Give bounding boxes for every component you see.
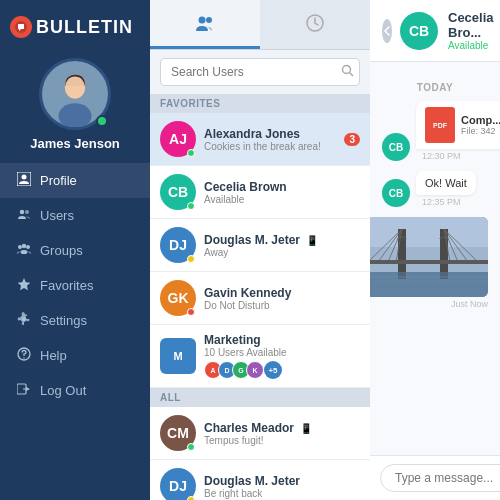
search-input[interactable] bbox=[160, 58, 360, 86]
contact-name: Marketing bbox=[204, 333, 360, 347]
help-label: Help bbox=[40, 348, 67, 363]
chat-contact-name: Cecelia Bro... bbox=[448, 10, 494, 40]
svg-point-8 bbox=[20, 210, 24, 214]
settings-label: Settings bbox=[40, 313, 87, 328]
contact-info: Gavin Kennedy Do Not Disturb bbox=[204, 286, 360, 311]
contact-status: Tempus fugit! bbox=[204, 435, 360, 446]
sidebar-item-profile[interactable]: Profile bbox=[0, 163, 150, 198]
sidebar-item-favorites[interactable]: Favorites bbox=[0, 268, 150, 303]
contact-status: Available bbox=[204, 194, 360, 205]
groups-label: Groups bbox=[40, 243, 83, 258]
sidebar-item-users[interactable]: Users bbox=[0, 198, 150, 233]
logo-text: BULLETIN bbox=[36, 17, 133, 38]
svg-point-7 bbox=[22, 175, 27, 180]
user-avatar-wrap bbox=[39, 58, 111, 130]
contact-status: Cookies in the break area! bbox=[204, 141, 344, 152]
message-time: Just Now bbox=[370, 299, 488, 309]
sidebar-item-settings[interactable]: Settings bbox=[0, 303, 150, 338]
list-item[interactable]: DJ Douglas M. Jeter Be right back bbox=[150, 460, 370, 500]
file-info: Comp... File: 342 bbox=[461, 114, 500, 136]
contact-info: Douglas M. Jeter 📱 Away bbox=[204, 233, 360, 258]
svg-point-10 bbox=[18, 245, 22, 249]
middle-tabs bbox=[150, 0, 370, 50]
list-item[interactable]: GK Gavin Kennedy Do Not Disturb bbox=[150, 272, 370, 325]
mini-avatar: K bbox=[246, 361, 264, 379]
contact-status: Away bbox=[204, 247, 360, 258]
message-bubble-wrap: Ok! Wait 12:35 PM bbox=[416, 171, 476, 207]
contact-status: Be right back bbox=[204, 488, 360, 499]
chat-messages: TODAY CB PDF Comp... File: 342 bbox=[370, 62, 500, 455]
status-dot bbox=[187, 149, 195, 157]
message-avatar: CB bbox=[382, 133, 410, 161]
tab-history[interactable] bbox=[260, 0, 370, 49]
list-item[interactable]: AJ Alexandra Jones Cookies in the break … bbox=[150, 113, 370, 166]
favorites-label: Favorites bbox=[40, 278, 93, 293]
message-time: 12:35 PM bbox=[422, 197, 476, 207]
search-button[interactable] bbox=[341, 64, 354, 80]
pdf-icon: PDF bbox=[431, 114, 449, 136]
contact-status: Do Not Disturb bbox=[204, 300, 360, 311]
svg-point-19 bbox=[206, 17, 212, 23]
history-tab-icon bbox=[304, 12, 326, 34]
chat-message-input[interactable] bbox=[380, 464, 500, 492]
tab-users[interactable] bbox=[150, 0, 260, 49]
logo-icon bbox=[10, 16, 32, 38]
users-icon bbox=[16, 207, 32, 224]
contact-info: Douglas M. Jeter Be right back bbox=[204, 474, 360, 499]
group-avatar: M bbox=[160, 338, 196, 374]
message-time: 12:30 PM bbox=[422, 151, 500, 161]
sidebar-item-logout[interactable]: Log Out bbox=[0, 373, 150, 408]
search-wrap bbox=[150, 50, 370, 94]
contact-name: Douglas M. Jeter 📱 bbox=[204, 233, 360, 247]
contact-name: Cecelia Brown bbox=[204, 180, 360, 194]
contact-name: Alexandra Jones bbox=[204, 127, 344, 141]
logout-icon bbox=[16, 382, 32, 399]
svg-rect-39 bbox=[370, 272, 488, 297]
svg-line-22 bbox=[350, 73, 354, 77]
svg-marker-13 bbox=[18, 278, 31, 290]
day-divider: TODAY bbox=[382, 82, 488, 93]
svg-point-21 bbox=[343, 66, 351, 74]
bridge-image-svg bbox=[370, 217, 488, 297]
groups-icon bbox=[16, 242, 32, 259]
list-item[interactable]: CM Charles Meador 📱 Tempus fugit! bbox=[150, 407, 370, 460]
chat-header: CB Cecelia Bro... Available bbox=[370, 0, 500, 62]
logo: BULLETIN bbox=[0, 10, 150, 44]
file-name: Comp... bbox=[461, 114, 500, 126]
list-item[interactable]: DJ Douglas M. Jeter 📱 Away bbox=[150, 219, 370, 272]
profile-label: Profile bbox=[40, 173, 77, 188]
sidebar-username: James Jenson bbox=[30, 136, 120, 151]
chat-panel: CB Cecelia Bro... Available TODAY CB PDF bbox=[370, 0, 500, 500]
device-icon: 📱 bbox=[300, 423, 312, 434]
message-bubble: PDF Comp... File: 342 bbox=[416, 101, 500, 149]
chat-back-button[interactable] bbox=[382, 19, 392, 43]
file-icon: PDF bbox=[425, 107, 455, 143]
message-image bbox=[370, 217, 488, 297]
message-avatar: CB bbox=[382, 179, 410, 207]
list-item[interactable]: M Marketing 10 Users Available A D G K +… bbox=[150, 325, 370, 388]
svg-rect-27 bbox=[370, 247, 488, 272]
svg-text:PDF: PDF bbox=[433, 122, 448, 129]
svg-point-12 bbox=[26, 245, 30, 249]
contact-info: Alexandra Jones Cookies in the break are… bbox=[204, 127, 344, 152]
message-bubble-wrap: PDF Comp... File: 342 12:30 PM bbox=[416, 101, 500, 161]
svg-point-11 bbox=[22, 244, 26, 248]
list-item[interactable]: CB Cecelia Brown Available bbox=[150, 166, 370, 219]
profile-icon bbox=[16, 172, 32, 189]
message-row: CB PDF Comp... File: 342 12:30 PM bbox=[382, 101, 488, 161]
favorites-icon bbox=[16, 277, 32, 294]
logout-label: Log Out bbox=[40, 383, 86, 398]
contact-info: Marketing 10 Users Available A D G K +5 bbox=[204, 333, 360, 379]
search-icon bbox=[341, 64, 354, 77]
message-bubble: Ok! Wait bbox=[416, 171, 476, 195]
settings-icon bbox=[16, 312, 32, 329]
message-bubble-wrap: Just Now bbox=[370, 217, 488, 309]
status-dot bbox=[187, 202, 195, 210]
sidebar-item-help[interactable]: Help bbox=[0, 338, 150, 373]
group-member-avatars: A D G K +5 bbox=[204, 361, 360, 379]
chat-header-info: Cecelia Bro... Available bbox=[448, 10, 494, 51]
sidebar-item-groups[interactable]: Groups bbox=[0, 233, 150, 268]
svg-point-9 bbox=[25, 210, 29, 214]
online-indicator bbox=[96, 115, 108, 127]
svg-point-5 bbox=[65, 77, 85, 99]
